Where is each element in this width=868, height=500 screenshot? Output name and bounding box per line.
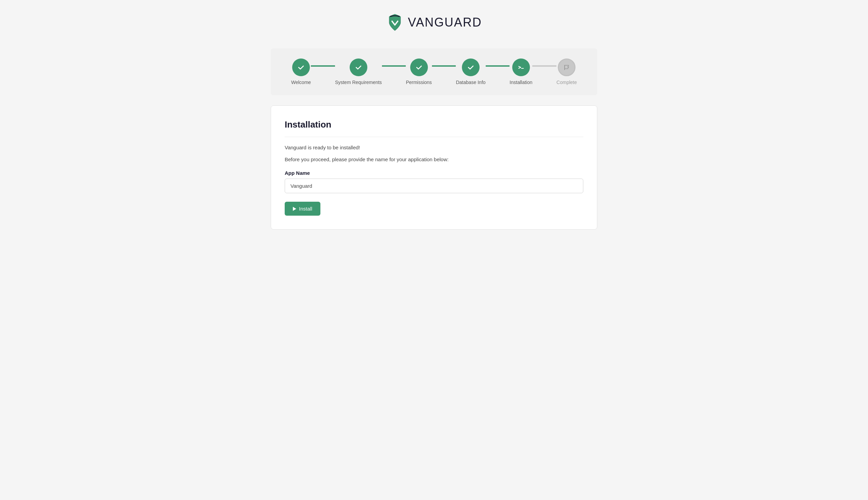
step-complete: Complete — [557, 58, 577, 85]
step-circle-installation — [512, 58, 530, 76]
connector-1 — [311, 65, 335, 67]
step-welcome: Welcome — [291, 58, 311, 85]
card-description-1: Vanguard is ready to be installed! — [285, 144, 583, 152]
logo-icon — [386, 14, 404, 31]
check-icon-welcome — [297, 64, 305, 71]
connector-5 — [532, 65, 557, 67]
main-content: Welcome System Requirements — [271, 48, 597, 230]
step-installation: Installation — [510, 58, 532, 85]
step-database-info: Database Info — [456, 58, 486, 85]
step-circle-welcome — [292, 58, 310, 76]
step-circle-complete — [558, 58, 575, 76]
step-label-complete: Complete — [557, 80, 577, 85]
connector-3 — [432, 65, 456, 67]
step-label-system-requirements: System Requirements — [335, 80, 382, 85]
logo: VANGUARD — [386, 14, 482, 31]
check-icon-permissions — [415, 64, 423, 71]
step-system-requirements: System Requirements — [335, 58, 382, 85]
flag-icon — [563, 64, 570, 71]
play-icon — [293, 207, 296, 211]
step-permissions: Permissions — [406, 58, 432, 85]
logo-text: VANGUARD — [408, 15, 482, 30]
card-description-2: Before you proceed, please provide the n… — [285, 156, 583, 163]
logo-van: VAN — [408, 15, 434, 29]
step-label-welcome: Welcome — [291, 80, 311, 85]
step-circle-database-info — [462, 58, 480, 76]
terminal-icon — [517, 64, 525, 71]
step-circle-system-requirements — [350, 58, 367, 76]
installation-card: Installation Vanguard is ready to be ins… — [271, 105, 597, 230]
install-button[interactable]: Install — [285, 202, 320, 216]
app-name-label: App Name — [285, 170, 583, 176]
step-circle-permissions — [410, 58, 428, 76]
step-label-permissions: Permissions — [406, 80, 432, 85]
app-name-form-group: App Name — [285, 170, 583, 193]
steps-wrapper: Welcome System Requirements — [291, 58, 577, 85]
app-name-input[interactable] — [285, 179, 583, 193]
card-title: Installation — [285, 120, 583, 137]
step-label-installation: Installation — [510, 80, 532, 85]
progress-stepper: Welcome System Requirements — [271, 48, 597, 95]
install-button-label: Install — [299, 206, 312, 212]
logo-guard: GUARD — [434, 15, 482, 29]
check-icon-system-requirements — [355, 64, 362, 71]
step-label-database-info: Database Info — [456, 80, 486, 85]
check-icon-database-info — [467, 64, 475, 71]
connector-2 — [382, 65, 406, 67]
connector-4 — [486, 65, 510, 67]
